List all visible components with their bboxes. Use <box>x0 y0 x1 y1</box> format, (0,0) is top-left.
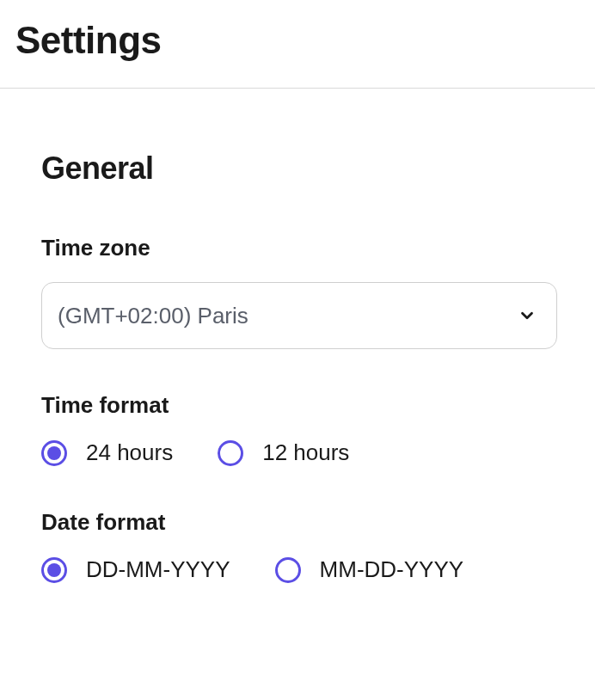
timeformat-option-12h[interactable]: 12 hours <box>218 439 349 466</box>
timeformat-options: 24 hours 12 hours <box>41 439 595 466</box>
timezone-select[interactable]: (GMT+02:00) Paris <box>41 282 557 349</box>
radio-icon <box>218 440 243 466</box>
page-title: Settings <box>0 0 595 88</box>
timeformat-option-24h[interactable]: 24 hours <box>41 439 173 466</box>
timezone-select-wrapper: (GMT+02:00) Paris <box>41 282 557 349</box>
section-title-general: General <box>41 150 595 187</box>
radio-label: DD-MM-YYYY <box>86 556 230 583</box>
radio-icon <box>41 557 67 583</box>
dateformat-option-dmy[interactable]: DD-MM-YYYY <box>41 556 230 583</box>
dateformat-options: DD-MM-YYYY MM-DD-YYYY <box>41 556 595 583</box>
radio-label: 12 hours <box>262 439 349 466</box>
dateformat-field: Date format DD-MM-YYYY MM-DD-YYYY <box>41 509 595 583</box>
timeformat-label: Time format <box>41 392 595 419</box>
radio-icon <box>275 557 301 583</box>
radio-icon <box>41 440 67 466</box>
timeformat-field: Time format 24 hours 12 hours <box>41 392 595 466</box>
radio-label: 24 hours <box>86 439 173 466</box>
dateformat-label: Date format <box>41 509 595 536</box>
dateformat-option-mdy[interactable]: MM-DD-YYYY <box>275 556 464 583</box>
general-section: General Time zone (GMT+02:00) Paris Time… <box>0 89 595 583</box>
timezone-label: Time zone <box>41 235 595 261</box>
timezone-value: (GMT+02:00) Paris <box>58 303 248 329</box>
timezone-field: Time zone (GMT+02:00) Paris <box>41 235 595 349</box>
radio-label: MM-DD-YYYY <box>320 556 464 583</box>
